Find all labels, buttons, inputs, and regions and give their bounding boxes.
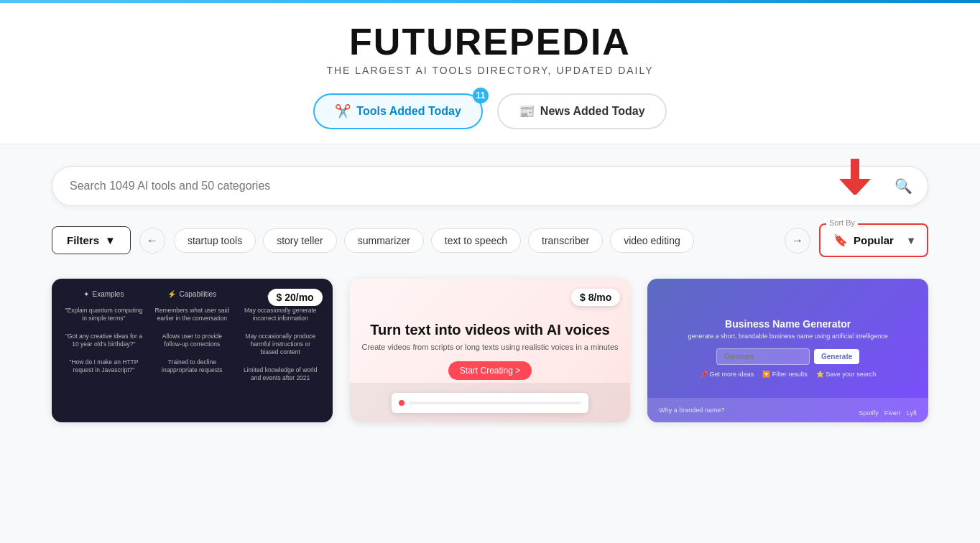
tab-tools-label: Tools Added Today	[356, 105, 461, 118]
card-2-title: Turn text into videos with AI voices	[370, 322, 609, 338]
card-3-subtitle: generate a short, brandable business nam…	[688, 333, 888, 340]
tools-badge: 11	[473, 88, 489, 103]
card-2-subtitle: Create videos from scripts or long texts…	[361, 343, 618, 351]
filters-label: Filters	[67, 234, 99, 246]
arrow-annotation	[839, 159, 871, 198]
category-tag-tts[interactable]: text to speech	[431, 228, 521, 253]
cards-grid: ✦ Examples "Explain quantum computing in…	[52, 279, 928, 422]
card-1-price: $ 20/mo	[268, 289, 323, 306]
limitation-1: May occasionally generate incorrect info…	[240, 304, 321, 325]
main-content: 🔍 Filters ▼ ← startup tools story teller…	[23, 144, 957, 444]
tools-icon: ✂️	[335, 103, 351, 119]
sort-select[interactable]: 🔖 Popular ▾	[823, 228, 924, 253]
card-col-examples: ✦ Examples "Explain quantum computing in…	[63, 290, 144, 411]
card-3-logos: Spotify Fiverr Lyft	[859, 409, 917, 417]
card-3-search-input[interactable]	[716, 348, 810, 365]
card-3-content: Business Name Generator generate a short…	[647, 279, 928, 422]
category-tag-summarizer[interactable]: summarizer	[344, 228, 424, 253]
example-3: "How do I make an HTTP request in Javasc…	[63, 356, 144, 377]
example-2: "Got any creative ideas for a 10 year ol…	[63, 330, 144, 351]
col-header-examples: ✦ Examples	[63, 290, 144, 298]
filter-icon: ▼	[105, 234, 116, 246]
next-category-button[interactable]: →	[785, 228, 810, 254]
site-title: FUTUREPEDIA	[0, 23, 980, 60]
tab-news-label: News Added Today	[540, 105, 645, 118]
example-1: "Explain quantum computing in simple ter…	[63, 304, 144, 325]
category-tags: startup tools story teller summarizer te…	[174, 228, 776, 253]
sort-selected: Popular	[854, 234, 894, 246]
site-subtitle: THE LARGEST AI TOOLS DIRECTORY, UPDATED …	[0, 65, 980, 76]
search-container: 🔍	[52, 166, 928, 206]
sort-icon: 🔖	[833, 233, 848, 247]
card-3-title: Business Name Generator	[725, 318, 851, 330]
filters-button[interactable]: Filters ▼	[52, 226, 131, 254]
sort-chevron-icon: ▾	[908, 234, 914, 247]
limitation-2: May occasionally produce harmful instruc…	[240, 330, 321, 359]
capability-3: Trained to decline inappropriate request…	[152, 356, 233, 377]
search-input[interactable]	[52, 166, 928, 206]
capability-2: Allows user to provide follow-up correct…	[152, 330, 233, 351]
tab-news[interactable]: 📰 News Added Today	[497, 93, 667, 129]
logo-spotify: Spotify	[859, 409, 879, 417]
limitation-3: Limited knowledge of world and events af…	[240, 363, 321, 385]
tool-card-1[interactable]: ✦ Examples "Explain quantum computing in…	[52, 279, 333, 422]
card-2-cta-button[interactable]: Start Creating >	[448, 361, 532, 380]
tab-row: ✂️ Tools Added Today 11 📰 News Added Tod…	[0, 93, 980, 129]
search-icon: 🔍	[895, 177, 912, 195]
category-tag-storyteller[interactable]: story teller	[263, 228, 337, 253]
svg-rect-0	[851, 159, 859, 180]
tool-card-2[interactable]: $ 8/mo Turn text into videos with AI voi…	[350, 279, 631, 422]
logo-lyft: Lyft	[907, 409, 917, 417]
sort-container: Sort By 🔖 Popular ▾	[819, 223, 928, 257]
news-icon: 📰	[519, 103, 535, 119]
feature-2: 🔽 Filter results	[762, 371, 808, 378]
why-branded-label: Why a branded name?	[659, 407, 724, 414]
red-down-arrow-icon	[839, 159, 871, 195]
tab-tools[interactable]: ✂️ Tools Added Today 11	[313, 93, 482, 129]
card-col-limitations: ⚠ Lim... May occasionally generate incor…	[240, 290, 321, 411]
feature-3: ⭐ Save your search	[816, 371, 877, 378]
sort-label: Sort By	[826, 218, 858, 227]
svg-marker-1	[839, 179, 871, 195]
filters-row: Filters ▼ ← startup tools story teller s…	[52, 223, 928, 257]
prev-category-button[interactable]: ←	[139, 228, 165, 254]
card-3-generate-button[interactable]: Generate	[814, 349, 859, 364]
card-col-capabilities: ⚡ Capabilities Remembers what user said …	[152, 290, 233, 411]
category-tag-transcriber[interactable]: transcriber	[528, 228, 603, 253]
category-tag-startup[interactable]: startup tools	[174, 228, 256, 253]
card-2-content: Turn text into videos with AI voices Cre…	[350, 279, 631, 422]
header: FUTUREPEDIA THE LARGEST AI TOOLS DIRECTO…	[0, 3, 980, 144]
capability-1: Remembers what user said earlier in the …	[152, 304, 233, 325]
search-row: 🔍	[52, 166, 928, 206]
tool-card-3[interactable]: Business Name Generator generate a short…	[647, 279, 928, 422]
feature-1: 📌 Get more ideas	[700, 371, 754, 378]
logo-fiverr: Fiverr	[884, 409, 901, 417]
category-tag-video[interactable]: video editing	[610, 228, 694, 253]
col-header-capabilities: ⚡ Capabilities	[152, 290, 233, 298]
